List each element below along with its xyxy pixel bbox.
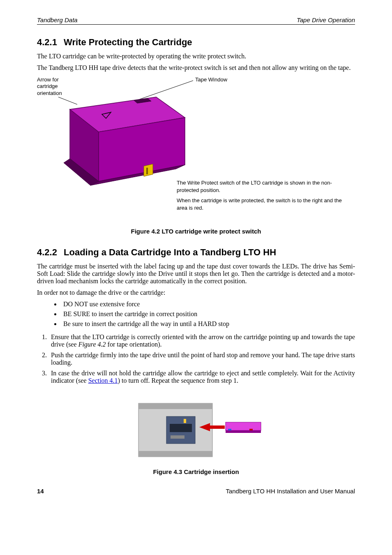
figure-42-caption: Figure 4.2 LTO cartridge write protect s…: [37, 228, 355, 235]
figure-42-graphic: Arrow for cartridge orientation Tape Win…: [37, 76, 355, 224]
page-number: 14: [37, 488, 44, 495]
cartridge-icon: [62, 93, 193, 187]
step-item: Push the cartridge firmly into the tape …: [48, 352, 355, 366]
step-item: In case the drive will not hold the cart…: [48, 370, 355, 384]
section-heading-421: 4.2.1 Write Protecting the Cartridge: [37, 37, 355, 48]
para-421-1: The LTO cartridge can be write-protected…: [37, 53, 355, 60]
page-footer: 14 Tandberg LTO HH Installation and User…: [37, 488, 355, 495]
step-item: Ensure that the LTO cartridge is correct…: [48, 333, 355, 348]
svg-rect-12: [138, 403, 212, 409]
step-text: for tape orientation).: [106, 341, 162, 348]
header-right: Tape Drive Operation: [297, 16, 355, 23]
svg-rect-13: [138, 451, 212, 457]
section-number: 4.2.2: [37, 247, 57, 257]
figure-43: [37, 391, 355, 465]
step-text: ) to turn off. Repeat the sequence from …: [118, 377, 238, 384]
svg-rect-10: [146, 168, 148, 174]
svg-rect-20: [226, 430, 261, 433]
page-container: Tandberg Data Tape Drive Operation 4.2.1…: [0, 0, 392, 511]
para-422-1: The cartridge must be inserted with the …: [37, 263, 355, 285]
section-41-link[interactable]: Section 4.1: [88, 377, 118, 384]
figure-42: Arrow for cartridge orientation Tape Win…: [37, 76, 355, 235]
section-number: 4.2.1: [37, 37, 57, 47]
para-421-2: The Tandberg LTO HH tape drive detects t…: [37, 64, 355, 72]
svg-rect-21: [228, 429, 231, 430]
svg-marker-9: [144, 164, 153, 176]
header-left: Tandberg Data: [37, 16, 78, 23]
figure-42-note2: When the cartridge is write protected, t…: [177, 197, 349, 211]
figure-43-caption: Figure 4.3 Cartridge insertion: [37, 468, 355, 475]
svg-rect-16: [184, 419, 186, 423]
figure-ref: Figure 4.2: [78, 341, 106, 348]
step-text: Push the cartridge firmly into the tape …: [51, 352, 355, 366]
bullet-item: BE SURE to insert the cartridge in corre…: [61, 310, 355, 318]
para-422-2: In order not to damage the drive or the …: [37, 289, 355, 296]
footer-title: Tandberg LTO HH Installation and User Ma…: [226, 488, 355, 495]
svg-rect-22: [249, 429, 253, 430]
section-title-text: Loading a Data Cartridge Into a Tandberg…: [64, 247, 276, 257]
bullet-item: DO NOT use extensive force: [61, 301, 355, 308]
figure-42-note1: The Write Protect switch of the LTO cart…: [177, 179, 349, 194]
running-header: Tandberg Data Tape Drive Operation: [37, 16, 355, 25]
bullet-list: DO NOT use extensive force BE SURE to in…: [61, 301, 355, 328]
svg-rect-15: [170, 424, 192, 432]
bullet-item: Be sure to insert the cartridge all the …: [61, 320, 355, 328]
section-heading-422: 4.2.2 Loading a Data Cartridge Into a Ta…: [37, 247, 355, 258]
drive-insertion-icon: [122, 391, 270, 465]
figure-42-notes: The Write Protect switch of the LTO cart…: [177, 179, 349, 215]
section-title-text: Write Protecting the Cartridge: [64, 37, 192, 47]
step-list: Ensure that the LTO cartridge is correct…: [48, 333, 355, 384]
cartridge-small-icon: [226, 422, 261, 433]
svg-rect-17: [171, 435, 184, 439]
